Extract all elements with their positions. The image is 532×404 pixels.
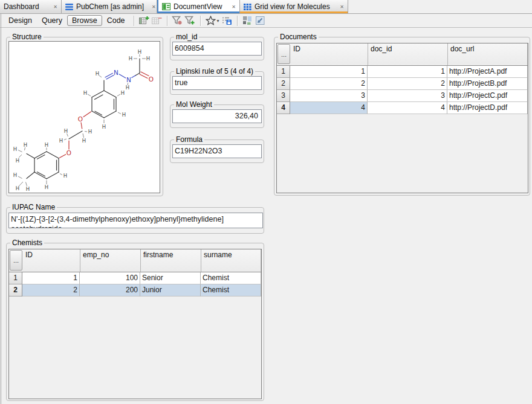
chemists-column-header-emp-no[interactable]: emp_no — [80, 249, 141, 272]
row-number[interactable]: 4 — [277, 102, 290, 114]
cell-doc-url[interactable]: http://ProjectA.pdf — [447, 66, 528, 78]
table-row: 1 1 1 http://ProjectA.pdf — [277, 66, 528, 78]
cell-emp-no-selected[interactable]: 200 — [80, 284, 140, 297]
svg-text:N: N — [114, 69, 118, 76]
documents-corner-button[interactable]: ... — [277, 44, 290, 64]
close-icon[interactable]: ✕ — [48, 4, 57, 10]
cell-id[interactable]: 1 — [290, 66, 368, 78]
tab-documentview[interactable]: DocumentView ✕ — [157, 0, 240, 13]
svg-text:H: H — [146, 56, 150, 62]
formula-label: Formula — [174, 135, 204, 144]
grid-icon — [244, 4, 251, 10]
svg-text:O: O — [149, 75, 154, 83]
documents-table: ... ID doc_id doc_url 1 1 1 http://Proje… — [276, 43, 528, 193]
mol-weight-field[interactable]: 326,40 — [172, 109, 262, 123]
tab-label: DocumentView — [174, 2, 222, 11]
cell-doc-url[interactable]: http://ProjectC.pdf — [447, 90, 528, 102]
svg-text:H: H — [82, 138, 86, 144]
chemists-corner-button[interactable]: ... — [10, 250, 22, 271]
row-number[interactable]: 1 — [277, 66, 290, 78]
row-number[interactable]: 1 — [9, 272, 22, 284]
documents-column-header-doc-url[interactable]: doc_url — [448, 43, 528, 65]
chemists-column-header-id[interactable]: ID — [23, 249, 80, 272]
delete-record-icon[interactable] — [151, 14, 163, 27]
table-row: 1 1 100 Senior Chemist — [9, 272, 261, 284]
formula-field[interactable]: C19H22N2O3 — [172, 144, 262, 158]
toolbar-separator — [134, 16, 134, 26]
cell-doc-id[interactable]: 4 — [368, 102, 447, 114]
svg-text:H: H — [129, 56, 132, 62]
iupac-label: IUPAC Name — [10, 203, 57, 212]
mol-weight-label: Mol Weight — [174, 100, 214, 109]
tab-label: Dashboard — [4, 2, 39, 11]
table-row-selected: 4 4 4 http://ProjectD.pdf — [277, 102, 528, 114]
save-columns-icon[interactable] — [221, 14, 233, 27]
svg-text:H: H — [45, 184, 48, 190]
documents-column-header-doc-id[interactable]: doc_id — [368, 43, 448, 65]
filter-add-icon[interactable] — [184, 14, 196, 27]
svg-text:H: H — [63, 173, 67, 179]
svg-text:H: H — [24, 142, 27, 148]
svg-text:H: H — [138, 49, 141, 55]
row-number[interactable]: 3 — [277, 90, 290, 102]
row-number[interactable]: 2 — [9, 284, 22, 297]
svg-text:O: O — [66, 149, 71, 156]
table-row: 3 3 3 http://ProjectC.pdf — [277, 90, 528, 102]
svg-text:H: H — [16, 158, 19, 164]
cell-surname[interactable]: Chemist — [201, 272, 261, 284]
cell-id[interactable]: 2 — [290, 78, 368, 90]
favorites-dropdown-icon[interactable]: ▾ — [217, 18, 219, 24]
add-record-icon[interactable] — [138, 14, 151, 27]
maximize-icon[interactable] — [254, 14, 267, 27]
mode-browse-button[interactable]: Browse — [67, 15, 102, 26]
svg-text:H: H — [88, 129, 92, 135]
chemists-group-label: Chemists — [10, 239, 44, 248]
tab-dashboard[interactable]: Dashboard ✕ — [0, 0, 62, 13]
chemists-header-row: ... ID emp_no firstname surname — [9, 249, 261, 272]
cell-doc-id[interactable]: 2 — [368, 78, 447, 90]
structure-group-label: Structure — [10, 33, 44, 42]
svg-text:H: H — [121, 90, 125, 96]
tab-grid-view[interactable]: Grid view for Molecules ✕ — [240, 0, 348, 13]
tab-label: PubChem [as admin] — [76, 2, 144, 11]
chemists-column-header-firstname[interactable]: firstname — [141, 249, 201, 272]
layout-icon[interactable] — [241, 14, 254, 27]
tab-pubchem[interactable]: PubChem [as admin] ✕ — [62, 0, 157, 13]
svg-text:H: H — [45, 142, 48, 148]
cell-surname-selected[interactable]: Chemist — [201, 284, 261, 297]
documents-header-row: ... ID doc_id doc_url — [277, 43, 528, 66]
filter-remove-icon[interactable] — [171, 14, 184, 27]
svg-text:H: H — [122, 112, 126, 118]
cell-id-selected[interactable]: 4 — [290, 102, 368, 114]
cell-id[interactable]: 3 — [290, 90, 368, 102]
favorites-icon[interactable] — [204, 14, 217, 27]
cell-doc-url[interactable]: http://ProjectD.pdf — [447, 102, 528, 114]
mode-query-button[interactable]: Query — [37, 15, 67, 26]
iupac-line2: acetohydrazide — [11, 224, 261, 228]
svg-text:H: H — [59, 138, 63, 144]
cell-id-selected[interactable]: 2 — [22, 284, 80, 297]
close-icon[interactable]: ✕ — [147, 4, 156, 10]
mode-design-button[interactable]: Design — [4, 15, 37, 26]
chemists-column-header-surname[interactable]: surname — [201, 249, 261, 272]
documents-group-label: Documents — [278, 33, 319, 42]
cell-id[interactable]: 1 — [22, 272, 80, 284]
svg-text:H: H — [64, 128, 68, 134]
svg-text:H: H — [16, 185, 19, 191]
cell-emp-no[interactable]: 100 — [80, 272, 140, 284]
cell-doc-url[interactable]: http://ProjectB.pdf — [447, 78, 528, 90]
cell-doc-id[interactable]: 1 — [368, 66, 447, 78]
close-icon[interactable]: ✕ — [227, 4, 236, 10]
row-number[interactable]: 2 — [277, 78, 290, 90]
panel-left-border — [1, 14, 1, 404]
cell-firstname-selected[interactable]: Junior — [140, 284, 201, 297]
lipinski-field[interactable]: true — [172, 76, 262, 90]
mode-code-button[interactable]: Code — [102, 15, 130, 26]
cell-doc-id[interactable]: 3 — [368, 90, 447, 102]
mol-id-field[interactable]: 6009854 — [172, 42, 262, 56]
iupac-field[interactable]: N'-[(1Z)-{3-[2-(3,4-dimethylphenoxy)etho… — [8, 213, 263, 228]
close-icon[interactable]: ✕ — [335, 4, 344, 10]
form-icon — [162, 3, 170, 10]
cell-firstname[interactable]: Senior — [140, 272, 201, 284]
documents-column-header-id[interactable]: ID — [291, 43, 368, 65]
